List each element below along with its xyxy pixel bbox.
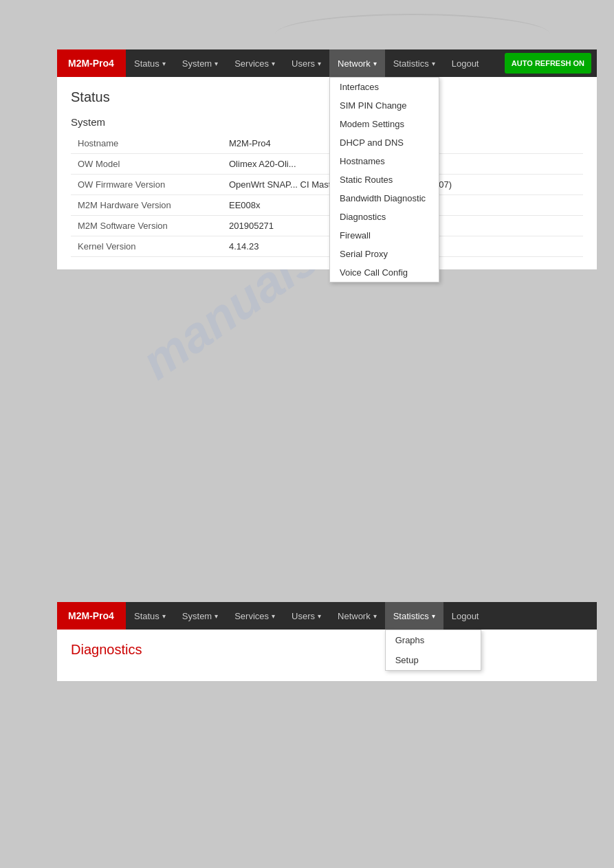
- caret-icon: ▾: [432, 612, 435, 620]
- row-label: OW Model: [71, 154, 222, 175]
- dropdown-item-interfaces[interactable]: Interfaces: [330, 78, 439, 96]
- bottom-nav-services[interactable]: Services ▾: [226, 602, 283, 630]
- dropdown-item-serial-proxy[interactable]: Serial Proxy: [330, 245, 439, 263]
- caret-icon: ▾: [272, 60, 275, 67]
- auto-refresh-button[interactable]: AUTO REFRESH ON: [505, 53, 591, 74]
- bottom-content: Diagnostics: [57, 630, 597, 681]
- top-nav-items: Status ▾ System ▾ Services ▾ Users ▾ Net…: [126, 49, 499, 77]
- bottom-section: M2M-Pro4 Status ▾ System ▾ Services ▾ Us…: [57, 602, 597, 681]
- caret-icon: ▾: [272, 612, 275, 620]
- nav-item-status[interactable]: Status ▾: [126, 49, 174, 77]
- row-label: OW Firmware Version: [71, 175, 222, 195]
- row-label: M2M Software Version: [71, 216, 222, 236]
- nav-item-system[interactable]: System ▾: [174, 49, 226, 77]
- dropdown-item-hostnames[interactable]: Hostnames: [330, 152, 439, 170]
- dropdown-item-bandwidth[interactable]: Bandwidth Diagnostic: [330, 189, 439, 208]
- table-row: OW Firmware Version OpenWrt SNAP... CI M…: [71, 175, 583, 195]
- table-row: M2M Hardware Version EE008x: [71, 195, 583, 216]
- bottom-nav-users[interactable]: Users ▾: [283, 602, 329, 630]
- row-label: Kernel Version: [71, 236, 222, 257]
- system-info-table: Hostname M2M-Pro4 OW Model Olimex A20-Ol…: [71, 133, 583, 257]
- nav-item-statistics[interactable]: Statistics ▾: [385, 49, 443, 77]
- nav-item-logout[interactable]: Logout: [443, 49, 487, 77]
- table-row: M2M Software Version 201905271: [71, 216, 583, 236]
- nav-item-services[interactable]: Services ▾: [226, 49, 283, 77]
- section-title: System: [71, 116, 583, 128]
- bottom-nav-statistics[interactable]: Statistics ▾ Graphs Setup: [385, 602, 443, 630]
- top-section: M2M-Pro4 Status ▾ System ▾ Services ▾ Us…: [57, 49, 597, 269]
- row-label: M2M Hardware Version: [71, 195, 222, 216]
- nav-item-users[interactable]: Users ▾: [283, 49, 329, 77]
- bottom-brand[interactable]: M2M-Pro4: [57, 602, 126, 630]
- dropdown-item-modem[interactable]: Modem Settings: [330, 115, 439, 133]
- network-dropdown: Interfaces SIM PIN Change Modem Settings…: [329, 77, 439, 282]
- dropdown-item-static-routes[interactable]: Static Routes: [330, 170, 439, 189]
- caret-icon: ▾: [373, 60, 377, 67]
- nav-item-network[interactable]: Network ▾ Interfaces SIM PIN Change Mode…: [329, 49, 385, 77]
- top-navbar: M2M-Pro4 Status ▾ System ▾ Services ▾ Us…: [57, 49, 597, 77]
- caret-icon: ▾: [162, 612, 166, 620]
- dropdown-item-firewall[interactable]: Firewall: [330, 226, 439, 245]
- bottom-navbar: M2M-Pro4 Status ▾ System ▾ Services ▾ Us…: [57, 602, 597, 630]
- caret-icon: ▾: [373, 612, 377, 620]
- dropdown-item-voice-call[interactable]: Voice Call Config: [330, 263, 439, 282]
- bottom-nav-logout[interactable]: Logout: [443, 602, 487, 630]
- bottom-nav-network[interactable]: Network ▾: [329, 602, 385, 630]
- statistics-dropdown: Graphs Setup: [385, 630, 481, 671]
- bottom-page-title: Diagnostics: [71, 642, 583, 658]
- caret-icon: ▾: [215, 612, 218, 620]
- page-title: Status: [71, 89, 583, 105]
- dropdown-item-setup[interactable]: Setup: [386, 650, 481, 670]
- caret-icon: ▾: [318, 60, 321, 67]
- table-row: OW Model Olimex A20-Oli...: [71, 154, 583, 175]
- dropdown-item-diagnostics[interactable]: Diagnostics: [330, 208, 439, 226]
- dropdown-item-dhcp[interactable]: DHCP and DNS: [330, 133, 439, 152]
- top-brand[interactable]: M2M-Pro4: [57, 49, 126, 77]
- caret-icon: ▾: [432, 60, 435, 67]
- bottom-nav-system[interactable]: System ▾: [174, 602, 226, 630]
- caret-icon: ▾: [162, 60, 166, 67]
- dropdown-item-sim-pin[interactable]: SIM PIN Change: [330, 96, 439, 115]
- caret-icon: ▾: [215, 60, 218, 67]
- decorative-line: [275, 14, 550, 55]
- dropdown-item-graphs[interactable]: Graphs: [386, 630, 481, 650]
- caret-icon: ▾: [318, 612, 321, 620]
- table-row: Kernel Version 4.14.23: [71, 236, 583, 257]
- row-label: Hostname: [71, 133, 222, 154]
- top-content: Status System Hostname M2M-Pro4 OW Model…: [57, 77, 597, 269]
- bottom-nav-status[interactable]: Status ▾: [126, 602, 174, 630]
- table-row: Hostname M2M-Pro4: [71, 133, 583, 154]
- bottom-nav-items: Status ▾ System ▾ Services ▾ Users ▾ Net…: [126, 602, 597, 630]
